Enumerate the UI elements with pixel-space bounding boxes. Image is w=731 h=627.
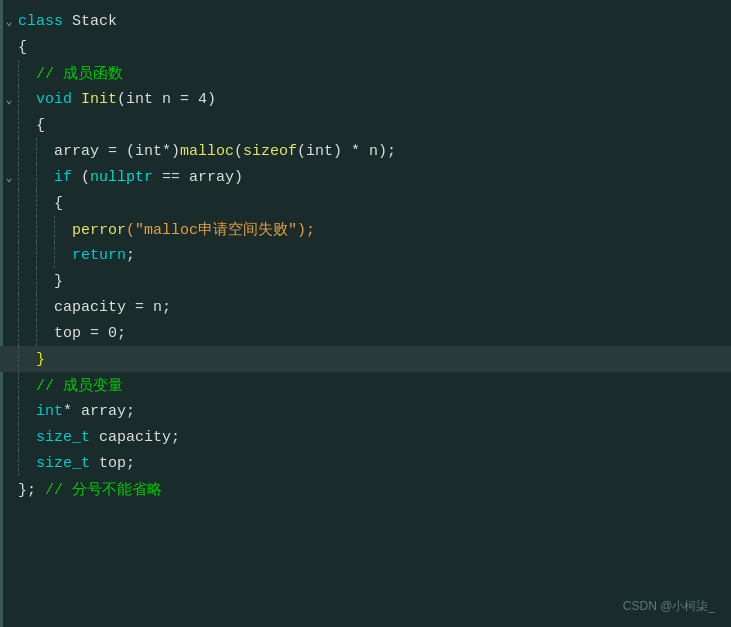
token: {	[36, 117, 45, 134]
code-line: {	[0, 112, 731, 138]
token: Stack	[72, 13, 117, 30]
code-tokens: class Stack	[18, 13, 731, 30]
code-line: perror("malloc申请空间失败");	[0, 216, 731, 242]
token: // 成员变量	[36, 378, 123, 395]
code-tokens: int* array;	[36, 403, 731, 420]
code-line: {	[0, 190, 731, 216]
code-tokens: {	[36, 117, 731, 134]
code-editor: ⌄class Stack{// 成员函数⌄void Init(int n = 4…	[0, 0, 731, 627]
indent-guide	[18, 450, 36, 476]
token: (int) * n);	[297, 143, 396, 160]
code-tokens: capacity = n;	[54, 299, 731, 316]
indent-guide	[36, 242, 54, 268]
token: // 分号不能省略	[36, 482, 162, 499]
fold-gutter: ⌄	[0, 15, 18, 28]
token: == array)	[153, 169, 243, 186]
watermark: CSDN @小柯柒_	[623, 598, 715, 615]
code-tokens: if (nullptr == array)	[54, 169, 731, 186]
token: void	[36, 91, 81, 108]
indent-guide	[36, 268, 54, 294]
code-tokens: perror("malloc申请空间失败");	[72, 220, 731, 239]
token: }	[54, 273, 63, 290]
indent-guide	[18, 346, 36, 372]
token: capacity = n;	[54, 299, 171, 316]
token: nullptr	[90, 169, 153, 186]
indent-guide	[18, 372, 36, 398]
code-tokens: {	[18, 39, 731, 56]
code-tokens: array = (int*)malloc(sizeof(int) * n);	[54, 143, 731, 160]
code-line: return;	[0, 242, 731, 268]
token: ;	[126, 247, 135, 264]
token: (int n = 4)	[117, 91, 216, 108]
code-line: ⌄if (nullptr == array)	[0, 164, 731, 190]
indent-guide	[36, 216, 54, 242]
token: array = (int*)	[54, 143, 180, 160]
code-line: size_t capacity;	[0, 424, 731, 450]
code-line: top = 0;	[0, 320, 731, 346]
token: top = 0;	[54, 325, 126, 342]
code-line: }	[0, 268, 731, 294]
token: malloc	[180, 143, 234, 160]
indent-guide	[18, 60, 36, 86]
token: top;	[99, 455, 135, 472]
code-content: ⌄class Stack{// 成员函数⌄void Init(int n = 4…	[0, 0, 731, 510]
token: sizeof	[243, 143, 297, 160]
indent-guide	[18, 112, 36, 138]
code-line: }	[0, 346, 731, 372]
indent-guide	[54, 216, 72, 242]
indent-guide	[54, 242, 72, 268]
token: };	[18, 482, 36, 499]
code-tokens: size_t capacity;	[36, 429, 731, 446]
code-tokens: size_t top;	[36, 455, 731, 472]
code-line: // 成员变量	[0, 372, 731, 398]
code-tokens: return;	[72, 247, 731, 264]
token: {	[54, 195, 63, 212]
token: capacity;	[99, 429, 180, 446]
token: * array;	[63, 403, 135, 420]
indent-guide	[36, 138, 54, 164]
token: // 成员函数	[36, 66, 123, 83]
fold-gutter: ⌄	[0, 93, 18, 106]
code-line: size_t top;	[0, 450, 731, 476]
indent-guide	[18, 216, 36, 242]
fold-gutter: ⌄	[0, 171, 18, 184]
code-tokens: {	[54, 195, 731, 212]
code-tokens: }; // 分号不能省略	[18, 480, 731, 499]
indent-guide	[18, 398, 36, 424]
code-line: array = (int*)malloc(sizeof(int) * n);	[0, 138, 731, 164]
code-line: capacity = n;	[0, 294, 731, 320]
code-line: {	[0, 34, 731, 60]
indent-guide	[36, 294, 54, 320]
indent-guide	[36, 164, 54, 190]
token: int	[36, 403, 63, 420]
token: {	[18, 39, 27, 56]
code-tokens: void Init(int n = 4)	[36, 91, 731, 108]
token: return	[72, 247, 126, 264]
code-tokens: // 成员函数	[36, 64, 731, 83]
indent-guide	[18, 164, 36, 190]
code-line: // 成员函数	[0, 60, 731, 86]
code-line: }; // 分号不能省略	[0, 476, 731, 502]
indent-guide	[18, 294, 36, 320]
token: }	[36, 351, 45, 368]
token: (	[234, 143, 243, 160]
token: if	[54, 169, 81, 186]
code-tokens: // 成员变量	[36, 376, 731, 395]
code-line: int* array;	[0, 398, 731, 424]
token: size_t	[36, 455, 99, 472]
indent-guide	[18, 424, 36, 450]
token: perror	[72, 222, 126, 239]
code-tokens: }	[36, 351, 731, 368]
indent-guide	[18, 138, 36, 164]
token: (	[81, 169, 90, 186]
indent-guide	[18, 320, 36, 346]
code-line: ⌄void Init(int n = 4)	[0, 86, 731, 112]
indent-guide	[18, 268, 36, 294]
code-line: ⌄class Stack	[0, 8, 731, 34]
indent-guide	[18, 86, 36, 112]
indent-guide	[36, 190, 54, 216]
indent-guide	[18, 190, 36, 216]
indent-guide	[36, 320, 54, 346]
token: ("malloc申请空间失败");	[126, 222, 315, 239]
code-tokens: top = 0;	[54, 325, 731, 342]
